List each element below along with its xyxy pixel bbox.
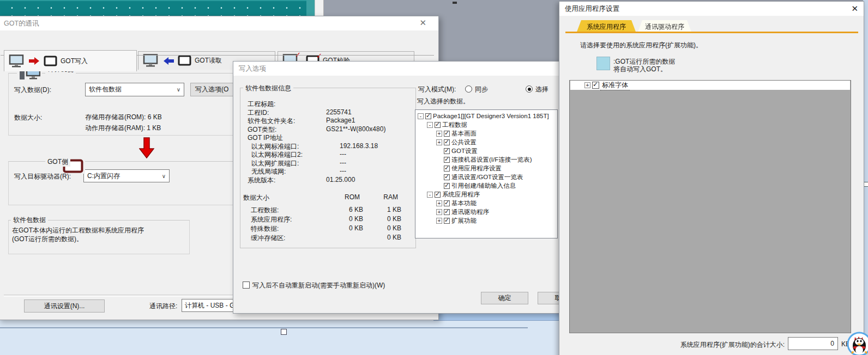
tree-row-label[interactable]: 通讯驱动程序 bbox=[451, 208, 489, 216]
write-options-titlebar[interactable]: 写入选项 bbox=[233, 62, 587, 76]
tree-row-label[interactable]: 系统应用程序 bbox=[442, 191, 480, 199]
tree-checkbox[interactable] bbox=[435, 192, 441, 198]
tree-row-label[interactable]: 使用应用程序设置 bbox=[451, 164, 502, 173]
tree-checkbox[interactable] bbox=[444, 166, 450, 172]
radio-sync-label[interactable]: 同步 bbox=[475, 85, 488, 94]
canvas-scrollbar[interactable] bbox=[315, 0, 324, 16]
red-check-icon: ✓ bbox=[316, 52, 322, 60]
tree-checkbox[interactable] bbox=[435, 122, 441, 128]
tree-row-label[interactable]: 连接机器设置(I/F连接一览表) bbox=[451, 156, 532, 164]
tree-row[interactable]: GOT设置 bbox=[415, 146, 557, 155]
info-field-value: 01.25.000 bbox=[326, 176, 355, 183]
size-row-ram: 1 KB bbox=[363, 206, 401, 213]
tree-checkbox[interactable] bbox=[444, 200, 450, 206]
tree-expander-icon[interactable]: + bbox=[584, 82, 590, 88]
package-info-fields: 工程标题: 工程ID: 2255741 软件包文件夹名: Package1 bbox=[244, 100, 408, 184]
qq-penguin-icon[interactable] bbox=[847, 332, 868, 355]
tree-checkbox[interactable] bbox=[444, 139, 450, 145]
tree-row[interactable]: - 系统应用程序 bbox=[415, 190, 557, 199]
app-tree-row[interactable]: + 标准字体 bbox=[570, 81, 850, 90]
tree-row[interactable]: + 公共设置 bbox=[415, 138, 557, 146]
size-row: 工程数据: 6 KB 1 KB bbox=[244, 206, 408, 215]
app-tree-row-label[interactable]: 标准字体 bbox=[601, 81, 629, 90]
legend-color-swatch bbox=[596, 57, 610, 70]
write-mode-label: 写入模式(M): bbox=[418, 85, 456, 94]
tree-expander-icon[interactable]: + bbox=[436, 200, 442, 206]
drive-select[interactable]: C:内置闪存 ∨ bbox=[83, 169, 170, 182]
tree-checkbox[interactable] bbox=[444, 148, 450, 154]
tree-row[interactable]: 引用创建/辅助输入信息 bbox=[415, 181, 557, 190]
got-comm-titlebar[interactable]: GOT的通讯 bbox=[0, 16, 438, 30]
radio-select-label[interactable]: 选择 bbox=[535, 85, 548, 94]
radio-sync[interactable] bbox=[465, 85, 472, 93]
tree-row[interactable]: 连接机器设置(I/F连接一览表) bbox=[415, 155, 557, 164]
tree-row-label[interactable]: GOT设置 bbox=[451, 147, 478, 155]
app-settings-titlebar[interactable]: 使用应用程序设置 bbox=[559, 2, 864, 16]
app-settings-close-icon[interactable]: ✕ bbox=[851, 4, 858, 13]
got-comm-close-icon[interactable]: ✕ bbox=[419, 19, 426, 27]
info-field-row: 以太网扩展端口: --- bbox=[244, 159, 408, 168]
ram-column-header: RAM bbox=[363, 193, 398, 201]
transfer-arrow-down-icon bbox=[139, 137, 154, 159]
info-field-label: 工程ID: bbox=[248, 108, 269, 118]
tree-row[interactable]: 通讯设置/GOT设置一览表 bbox=[415, 173, 557, 181]
right-strip-handle[interactable] bbox=[864, 182, 868, 187]
tree-expander-icon[interactable]: + bbox=[436, 131, 442, 137]
comm-settings-button[interactable]: 通讯设置(N)... bbox=[24, 299, 105, 313]
tree-row[interactable]: 使用应用程序设置 bbox=[415, 164, 557, 173]
write-data-select[interactable]: 软件包数据 ∨ bbox=[85, 83, 184, 96]
arrow-right-icon bbox=[28, 57, 41, 65]
info-field-value: Package1 bbox=[326, 117, 355, 124]
info-field-value: 192.168.3.18 bbox=[340, 142, 378, 150]
tree-row[interactable]: - 工程数据 bbox=[415, 120, 557, 129]
tree-row[interactable]: - Package1[][GT Designer3 Version1 185T] bbox=[415, 112, 557, 120]
info-field-row: 系统版本: 01.25.000 bbox=[244, 176, 408, 185]
package-data-group-label: 软件包数据 bbox=[11, 216, 48, 225]
write-selection-tree[interactable]: - Package1[][GT Designer3 Version1 185T]… bbox=[415, 109, 558, 238]
tab-got-read-label: GOT读取 bbox=[195, 56, 222, 65]
chevron-down-icon: ∨ bbox=[162, 173, 166, 179]
tree-checkbox[interactable] bbox=[444, 209, 450, 215]
tree-checkbox[interactable] bbox=[444, 218, 450, 224]
info-field-label: 以太网扩展端口: bbox=[251, 159, 299, 168]
got-comm-title: GOT的通讯 bbox=[0, 19, 39, 28]
tree-expander-icon[interactable]: - bbox=[427, 192, 433, 198]
size-row-label: 缓冲存储区: bbox=[251, 234, 285, 242]
tree-row-label[interactable]: Package1[][GT Designer3 Version1 185T] bbox=[433, 113, 549, 119]
info-field-label: 以太网标准端口2: bbox=[251, 150, 303, 160]
size-table-rows: 工程数据: 6 KB 1 KB 系统应用程序: 0 KB 0 KB 特殊数据: … bbox=[244, 206, 408, 243]
restart-checkbox-label[interactable]: 写入后不自动重新启动(需要手动重新启动)(W) bbox=[252, 281, 385, 290]
tree-checkbox[interactable] bbox=[425, 113, 431, 119]
tree-row-label[interactable]: 扩展功能 bbox=[451, 217, 477, 225]
extended-function-list[interactable]: - 扩展功能 + 标准字体 bbox=[569, 80, 851, 333]
tree-row-label[interactable]: 工程数据 bbox=[442, 121, 467, 129]
tree-row-label[interactable]: 基本功能 bbox=[451, 199, 477, 207]
tree-row[interactable]: + 扩展功能 bbox=[415, 216, 557, 225]
tree-row-label[interactable]: 公共设置 bbox=[451, 138, 477, 146]
tree-checkbox[interactable] bbox=[444, 174, 450, 180]
tree-checkbox[interactable] bbox=[592, 82, 599, 89]
rom-size-text: 存储用存储器(ROM): 6 KB bbox=[85, 113, 162, 122]
tree-checkbox[interactable] bbox=[444, 131, 450, 137]
restart-checkbox[interactable] bbox=[243, 281, 250, 289]
tree-row[interactable]: + 基本功能 bbox=[415, 199, 557, 207]
tree-row-label[interactable]: 基本画面 bbox=[451, 130, 477, 138]
info-field-row: 以太网标准端口2: --- bbox=[244, 150, 408, 159]
tab-got-write[interactable]: GOT写入 bbox=[4, 50, 137, 71]
tree-expander-icon[interactable]: + bbox=[436, 218, 442, 224]
ok-button[interactable]: 确定 bbox=[481, 292, 528, 304]
tree-row-label[interactable]: 通讯设置/GOT设置一览表 bbox=[451, 173, 523, 181]
tree-checkbox[interactable] bbox=[444, 157, 450, 163]
tree-expander-icon[interactable]: - bbox=[418, 113, 424, 119]
bottom-panel-handle[interactable] bbox=[281, 329, 287, 335]
info-field-row: GOT IP地址 bbox=[244, 133, 408, 142]
tree-row-label[interactable]: 引用创建/辅助输入信息 bbox=[451, 182, 516, 190]
tree-row[interactable]: + 通讯驱动程序 bbox=[415, 207, 557, 216]
tree-expander-icon[interactable]: - bbox=[427, 122, 433, 128]
radio-select[interactable] bbox=[526, 85, 533, 93]
tree-row[interactable]: + 基本画面 bbox=[415, 129, 557, 138]
tree-expander-icon[interactable]: + bbox=[436, 139, 442, 145]
tree-expander-icon[interactable]: + bbox=[436, 209, 442, 215]
rom-column-header: ROM bbox=[321, 193, 360, 201]
tree-checkbox[interactable] bbox=[444, 183, 450, 189]
